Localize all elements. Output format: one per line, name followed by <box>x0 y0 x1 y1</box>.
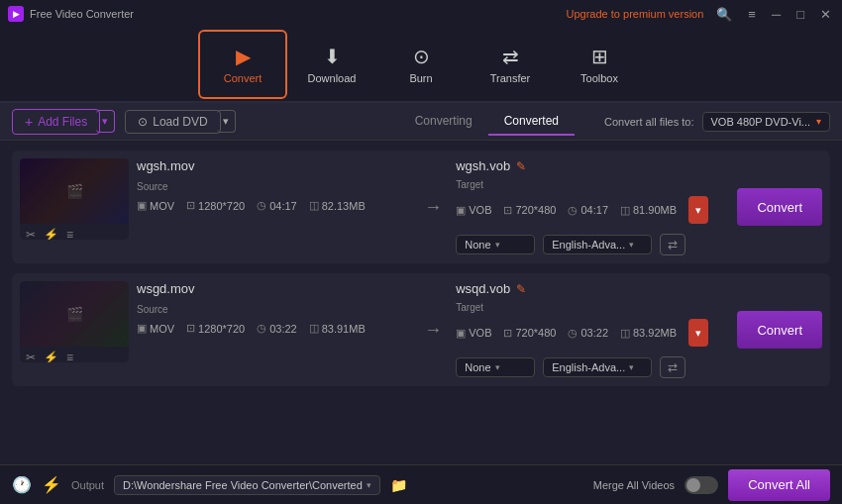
clock-icon[interactable]: 🕐 <box>12 475 32 494</box>
file-info-2: wsgd.mov Source ▣ MOV ⊡ 1280*720 ◷ 03:22… <box>137 281 410 378</box>
source-format-1: ▣ MOV <box>137 199 174 212</box>
audio-dropdown-2[interactable]: English-Adva... ▾ <box>543 357 652 377</box>
load-dvd-dropdown[interactable]: ▾ <box>217 110 236 133</box>
target-res-1: ⊡ 720*480 <box>503 204 556 217</box>
app-icon: ▶ <box>8 6 24 22</box>
format-icon-2: ▣ <box>137 322 147 335</box>
edit-icon-1[interactable]: ✎ <box>516 159 526 173</box>
convert-all-files-selector: Convert all files to: VOB 480P DVD-Vi...… <box>604 112 830 132</box>
settings-icon[interactable]: ⚡ <box>44 228 58 240</box>
target-filename-2: wsqd.vob ✎ <box>456 281 729 296</box>
target-controls-2: None ▾ English-Adva... ▾ ⇄ <box>456 356 729 378</box>
convert-nav-icon: ▶ <box>236 45 251 68</box>
t-res-icon-2: ⊡ <box>503 327 512 340</box>
minimize-button[interactable]: ─ <box>769 7 784 22</box>
target-format-dropdown-1[interactable]: ▾ <box>688 196 708 224</box>
settings-icon-2[interactable]: ⚡ <box>44 351 58 362</box>
merge-toggle[interactable] <box>684 476 718 494</box>
add-files-dropdown[interactable]: ▾ <box>96 110 115 133</box>
t-dur-icon-2: ◷ <box>568 327 578 340</box>
nav-transfer[interactable]: ⇄ Transfer <box>466 30 555 99</box>
nav-convert[interactable]: ▶ Convert <box>198 30 287 99</box>
lightning-icon[interactable]: ⚡ <box>42 475 61 494</box>
trim-icon-2[interactable]: ✂ <box>26 351 36 362</box>
res-icon: ⊡ <box>186 199 195 212</box>
subtitle-dropdown-2[interactable]: None ▾ <box>456 357 535 377</box>
add-files-button[interactable]: + Add Files <box>12 109 100 135</box>
advanced-settings-2[interactable]: ⇄ <box>660 356 685 378</box>
tab-converted[interactable]: Converted <box>488 108 575 136</box>
format-selector-arrow: ▾ <box>816 116 821 127</box>
convert-nav-label: Convert <box>224 72 263 84</box>
output-path-value: D:\Wondershare Free Video Converter\Conv… <box>123 479 363 491</box>
file-info-1: wgsh.mov Source ▣ MOV ⊡ 1280*720 ◷ 04:17… <box>137 158 410 255</box>
thumb-tools-1: ✂ ⚡ ≡ <box>20 224 129 240</box>
search-button[interactable]: 🔍 <box>713 7 735 22</box>
format-selector[interactable]: VOB 480P DVD-Vi... ▾ <box>702 112 830 132</box>
size-icon: ◫ <box>309 199 319 212</box>
convert-all-button[interactable]: Convert All <box>728 469 830 501</box>
title-bar: ▶ Free Video Converter Upgrade to premiu… <box>0 0 842 28</box>
t-res-icon: ⊡ <box>503 204 512 217</box>
burn-nav-icon: ⊙ <box>413 45 430 68</box>
add-files-label: Add Files <box>38 115 87 129</box>
target-dur-1: ◷ 04:17 <box>568 204 608 217</box>
subtitle-dropdown-1[interactable]: None ▾ <box>456 235 535 254</box>
maximize-button[interactable]: □ <box>793 7 807 22</box>
thumb-preview-2: 🎬 <box>20 281 129 347</box>
source-size-2: ◫ 83.91MB <box>309 322 366 335</box>
subtitle-arrow-1: ▾ <box>495 240 500 250</box>
thumb-preview-1: 🎬 <box>20 158 129 224</box>
source-filename-2: wsgd.mov <box>137 281 410 296</box>
convert-all-files-label: Convert all files to: <box>604 116 693 128</box>
audio-arrow-2: ▾ <box>629 362 634 372</box>
target-format-dropdown-2[interactable]: ▾ <box>688 319 708 347</box>
trim-icon[interactable]: ✂ <box>26 228 36 240</box>
toolbox-nav-label: Toolbox <box>580 72 618 84</box>
nav-download[interactable]: ⬇ Download <box>287 30 376 99</box>
nav-toolbox[interactable]: ⊞ Toolbox <box>555 30 644 99</box>
output-label: Output <box>71 479 104 491</box>
convert-button-1[interactable]: Convert <box>737 188 822 226</box>
output-path-selector[interactable]: D:\Wondershare Free Video Converter\Conv… <box>114 475 380 495</box>
t-format-icon: ▣ <box>456 204 466 217</box>
open-folder-button[interactable]: 📁 <box>390 477 407 493</box>
source-res-1: ⊡ 1280*720 <box>186 199 245 212</box>
load-dvd-button[interactable]: ⊙ Load DVD <box>125 110 220 134</box>
format-selector-value: VOB 480P DVD-Vi... <box>711 116 810 128</box>
menu-button[interactable]: ≡ <box>745 7 759 22</box>
nav-burn[interactable]: ⊙ Burn <box>376 30 466 99</box>
toolbar: + Add Files ▾ ⊙ Load DVD ▾ Converting Co… <box>0 103 842 141</box>
plus-icon: + <box>25 114 33 130</box>
tab-converting[interactable]: Converting <box>399 108 488 136</box>
close-button[interactable]: ✕ <box>817 7 834 22</box>
t-size-icon-2: ◫ <box>620 327 630 340</box>
audio-arrow-1: ▾ <box>629 240 634 250</box>
output-path-arrow: ▾ <box>367 480 371 490</box>
title-bar-left: ▶ Free Video Converter <box>8 6 134 22</box>
target-meta-2: ▣ VOB ⊡ 720*480 ◷ 03:22 ◫ 83.92MB ▾ <box>456 319 729 347</box>
t-size-icon: ◫ <box>620 204 630 217</box>
dur-icon-2: ◷ <box>257 322 266 335</box>
load-dvd-label: Load DVD <box>153 115 207 129</box>
target-section-1: wgsh.vob ✎ Target ▣ VOB ⊡ 720*480 ◷ 04:1… <box>456 158 729 255</box>
advanced-settings-1[interactable]: ⇄ <box>660 234 685 255</box>
source-filename-1: wgsh.mov <box>137 158 410 173</box>
upgrade-link[interactable]: Upgrade to premium version <box>567 8 704 20</box>
convert-button-2[interactable]: Convert <box>737 311 822 349</box>
size-icon-2: ◫ <box>309 322 319 335</box>
target-format-1: ▣ VOB <box>456 204 491 217</box>
arrow-col-2: → <box>418 281 448 378</box>
source-size-1: ◫ 82.13MB <box>309 199 366 212</box>
app-title: Free Video Converter <box>30 8 134 20</box>
source-label-1: Source <box>137 181 410 192</box>
source-res-2: ⊡ 1280*720 <box>186 322 245 335</box>
audio-dropdown-1[interactable]: English-Adva... ▾ <box>543 235 652 254</box>
list-icon[interactable]: ≡ <box>66 228 73 240</box>
bottom-bar: 🕐 ⚡ Output D:\Wondershare Free Video Con… <box>0 464 842 504</box>
edit-icon-2[interactable]: ✎ <box>516 282 526 296</box>
list-icon-2[interactable]: ≡ <box>66 351 73 362</box>
subtitle-arrow-2: ▾ <box>495 362 500 372</box>
source-format-2: ▣ MOV <box>137 322 174 335</box>
res-icon-2: ⊡ <box>186 322 195 335</box>
